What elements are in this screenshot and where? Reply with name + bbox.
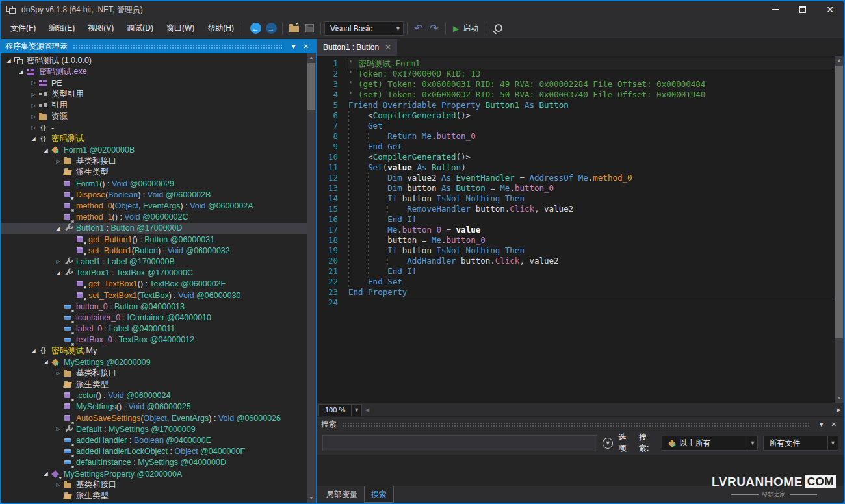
tree-expander[interactable]: ▷ bbox=[53, 258, 63, 264]
tree-row[interactable]: ▷基类和接口 bbox=[1, 368, 316, 379]
tree-expander[interactable]: ◢ bbox=[16, 69, 26, 75]
panel-menu-icon[interactable]: ▼ bbox=[815, 421, 828, 428]
line-number[interactable]: 7 bbox=[317, 121, 348, 131]
line-number[interactable]: 20 bbox=[317, 256, 348, 266]
tree-expander[interactable]: ▷ bbox=[29, 125, 38, 131]
tree-row[interactable]: ▷类型引用 bbox=[1, 89, 316, 100]
tab-close-icon[interactable]: ✕ bbox=[385, 43, 391, 52]
line-number[interactable]: 4 bbox=[317, 90, 348, 100]
line-number[interactable]: 13 bbox=[317, 183, 348, 194]
tree-row[interactable]: ◢{}密码测试 bbox=[1, 133, 316, 144]
tree-expander[interactable]: ◢ bbox=[29, 348, 38, 354]
line-number[interactable]: 3 bbox=[317, 79, 348, 90]
tree-row[interactable]: textBox_0 : TextBox @04000012 bbox=[1, 334, 316, 346]
line-number[interactable]: 10 bbox=[317, 152, 348, 162]
tree-expander[interactable]: ◢ bbox=[53, 270, 63, 276]
zoom-select[interactable]: 100 % ▼ bbox=[318, 404, 362, 416]
navigate-forward-button[interactable]: → bbox=[263, 21, 279, 36]
line-number[interactable]: 9 bbox=[317, 142, 348, 152]
tree-row[interactable]: ◢密码测试 (1.0.0.0) bbox=[1, 55, 316, 66]
options-chevron-icon[interactable]: ▼ bbox=[603, 438, 614, 449]
language-select[interactable]: Visual Basic ▼ bbox=[324, 21, 404, 36]
tree-row[interactable]: ♥set_Button1(Button) : Void @06000032 bbox=[1, 245, 316, 256]
tree-row[interactable]: ♥get_TextBox1() : TextBox @0600002F bbox=[1, 279, 316, 290]
line-number[interactable]: 21 bbox=[317, 266, 348, 277]
menu-help[interactable]: 帮助(H) bbox=[201, 19, 240, 37]
open-file-button[interactable]: ↰ bbox=[286, 21, 302, 36]
tree-expander[interactable]: ◢ bbox=[4, 58, 14, 64]
close-button[interactable]: ✕ bbox=[816, 1, 844, 18]
tree-expander[interactable]: ▷ bbox=[53, 482, 63, 488]
menu-file[interactable]: 文件(F) bbox=[4, 19, 42, 37]
tab-locals[interactable]: 局部变量 bbox=[320, 486, 364, 503]
panel-menu-icon[interactable]: ▼ bbox=[287, 43, 300, 50]
scroll-up-icon[interactable]: ▲ bbox=[307, 53, 316, 62]
line-number[interactable]: 22 bbox=[317, 277, 348, 287]
chevron-down-icon[interactable]: ▼ bbox=[827, 436, 838, 450]
search-input[interactable] bbox=[322, 435, 597, 451]
tree-expander[interactable]: ▷ bbox=[29, 92, 38, 97]
tree-row[interactable]: ▷资源 bbox=[1, 111, 316, 122]
scrollbar-thumb[interactable] bbox=[307, 63, 315, 110]
tree-row[interactable]: method_1() : Void @0600002C bbox=[1, 212, 316, 223]
tree-row[interactable]: 派生类型 bbox=[1, 490, 316, 501]
tree-expander[interactable]: ▷ bbox=[53, 158, 63, 164]
tree-expander[interactable]: ◢ bbox=[53, 225, 63, 231]
document-tab[interactable]: Button1 : Button ✕ bbox=[317, 39, 397, 56]
minimize-button[interactable] bbox=[762, 1, 789, 18]
tree-row[interactable]: ♥get_Button1() : Button @06000031 bbox=[1, 234, 316, 245]
tree-row[interactable]: ▷基类和接口 bbox=[1, 156, 316, 167]
tree-row[interactable]: defaultInstance : MySettings @0400000D bbox=[1, 457, 316, 468]
scroll-up-icon[interactable]: ▲ bbox=[835, 56, 844, 65]
search-assemblies-button[interactable] bbox=[489, 21, 505, 36]
line-number[interactable]: 18 bbox=[317, 235, 348, 246]
panel-close-icon[interactable]: ✕ bbox=[828, 421, 840, 428]
line-number[interactable]: 12 bbox=[317, 173, 348, 183]
tree-expander[interactable]: ▷ bbox=[29, 114, 38, 120]
tree-row[interactable]: Form1() : Void @06000029 bbox=[1, 178, 316, 189]
line-number[interactable]: 19 bbox=[317, 246, 348, 256]
tree-row[interactable]: ▷引用 bbox=[1, 100, 316, 111]
tree-row[interactable]: button_0 : Button @04000013 bbox=[1, 301, 316, 312]
tree-row[interactable]: method_0(Object, EventArgs) : Void @0600… bbox=[1, 200, 316, 211]
line-number[interactable]: 14 bbox=[317, 194, 348, 204]
tree-row[interactable]: label_0 : Label @04000011 bbox=[1, 323, 316, 334]
tree-scrollbar[interactable]: ▲ ▼ bbox=[307, 53, 316, 503]
tree-row[interactable]: ▷基类和接口 bbox=[1, 479, 316, 490]
tree-expander[interactable]: ▷ bbox=[53, 426, 63, 432]
tree-row[interactable]: ◢MySettings @02000009 bbox=[1, 357, 316, 368]
tree-row[interactable]: ▷PE bbox=[1, 77, 316, 88]
menu-debug[interactable]: 调试(D) bbox=[120, 19, 160, 37]
tree-row[interactable]: ◢Form1 @0200000B bbox=[1, 145, 316, 156]
code-editor[interactable]: ▲ ▼ 1' 密码测试.Form12' Token: 0x1700000D RI… bbox=[317, 56, 844, 403]
start-debug-button[interactable]: ▶ 启动 bbox=[449, 21, 482, 36]
line-number[interactable]: 5 bbox=[317, 100, 348, 110]
save-all-button[interactable] bbox=[302, 21, 317, 36]
line-number[interactable]: 16 bbox=[317, 214, 348, 225]
menu-view[interactable]: 视图(V) bbox=[81, 19, 120, 37]
navigate-back-button[interactable]: ← bbox=[248, 21, 263, 36]
line-number[interactable]: 8 bbox=[317, 131, 348, 142]
line-number[interactable]: 24 bbox=[317, 297, 348, 308]
menu-edit[interactable]: 编辑(E) bbox=[42, 19, 81, 37]
tree-row[interactable]: ▷Default : MySettings @17000009 bbox=[1, 423, 316, 435]
tab-search[interactable]: 搜索 bbox=[364, 486, 394, 503]
tree-row[interactable]: MySettings() : Void @06000025 bbox=[1, 401, 316, 412]
editor-scrollbar[interactable]: ▲ ▼ bbox=[835, 56, 844, 403]
tree-row[interactable]: ▷Label1 : Label @1700000B bbox=[1, 256, 316, 267]
tree-row[interactable]: ♥set_TextBox1(TextBox) : Void @06000030 bbox=[1, 290, 316, 301]
chevron-down-icon[interactable]: ▼ bbox=[393, 22, 403, 35]
line-number[interactable]: 2 bbox=[317, 69, 348, 79]
scroll-left-icon[interactable]: ◀ bbox=[365, 407, 369, 413]
redo-button[interactable]: ↷ bbox=[426, 21, 442, 36]
chevron-down-icon[interactable]: ▼ bbox=[351, 405, 361, 416]
menu-window[interactable]: 窗口(W) bbox=[160, 19, 201, 37]
file-filter-select[interactable]: 所有文件 ▼ bbox=[763, 436, 838, 451]
line-number[interactable]: 23 bbox=[317, 287, 348, 297]
tree-row[interactable]: 派生类型 bbox=[1, 167, 316, 178]
tree-row[interactable]: icontainer_0 : IContainer @04000010 bbox=[1, 312, 316, 323]
tree-row[interactable]: addedHandler : Boolean @0400000E bbox=[1, 435, 316, 446]
tree-expander[interactable]: ◢ bbox=[29, 136, 38, 142]
tree-row[interactable]: ◢TextBox1 : TextBox @1700000C bbox=[1, 268, 316, 279]
maximize-button[interactable] bbox=[789, 1, 816, 18]
